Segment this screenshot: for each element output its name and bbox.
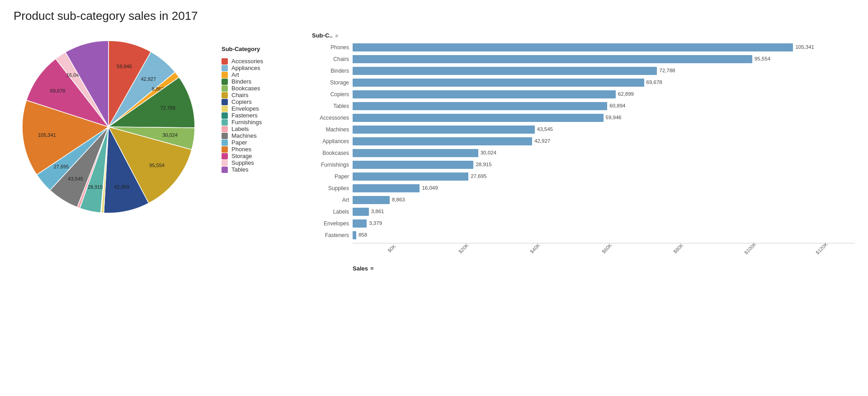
bar-row: Phones105,341: [312, 42, 854, 52]
legend-color-labels: [222, 126, 228, 132]
bar-row: Accessories59,946: [312, 113, 854, 123]
legend-item-labels[interactable]: Labels: [222, 126, 294, 132]
bar-outer: 72,788: [353, 67, 854, 75]
bar-row: Copiers62,899: [312, 89, 854, 99]
legend-color-binders: [222, 79, 228, 85]
legend-item-paper[interactable]: Paper: [222, 139, 294, 146]
legend-item-machines[interactable]: Machines: [222, 132, 294, 139]
bar-label-furnishings: Furnishings: [312, 162, 353, 168]
pie-label-machines: 43,545: [68, 176, 83, 182]
legend-label-labels: Labels: [231, 126, 249, 132]
bar-row: Furnishings28,915: [312, 160, 854, 170]
bar-value-accessories: 59,946: [606, 115, 622, 120]
pie-label-appliances: 42,927: [141, 76, 156, 82]
bar-value-art: 8,863: [392, 197, 405, 202]
bar-filter-icon[interactable]: ≡: [335, 33, 338, 38]
legend-label-machines: Machines: [231, 132, 257, 139]
legend-color-fasteners: [222, 112, 228, 119]
bar-fill-phones: [353, 43, 793, 51]
legend-item-accessories[interactable]: Accessories: [222, 58, 294, 65]
legend-item-envelopes[interactable]: Envelopes: [222, 105, 294, 112]
pie-label-chairs: 95,554: [149, 163, 165, 168]
bar-fill-copiers: [353, 90, 616, 98]
pie-label-accessories: 59,946: [117, 64, 132, 69]
legend-label-bookcases: Bookcases: [231, 85, 260, 92]
bar-row: Labels3,861: [312, 207, 854, 217]
legend-item-chairs[interactable]: Chairs: [222, 92, 294, 98]
bar-row: Paper27,695: [312, 172, 854, 182]
bar-outer: 8,863: [353, 196, 854, 204]
legend-color-accessories: [222, 58, 228, 65]
bar-fill-labels: [353, 208, 369, 216]
bar-fill-fasteners: [353, 231, 356, 239]
bar-label-labels: Labels: [312, 209, 353, 215]
bar-label-paper: Paper: [312, 173, 353, 180]
bar-fill-binders: [353, 67, 657, 75]
bar-outer: 95,554: [353, 55, 854, 63]
legend-item-storage[interactable]: Storage: [222, 153, 294, 159]
bar-fill-paper: [353, 172, 468, 181]
bar-label-envelopes: Envelopes: [312, 220, 353, 227]
legend-label-fasteners: Fasteners: [231, 112, 258, 119]
bar-value-envelopes: 3,379: [369, 220, 382, 226]
bar-value-copiers: 62,899: [618, 91, 634, 97]
pie-chart: 59,94642,9278,86372,78830,02495,55462,89…: [14, 32, 203, 222]
bar-fill-furnishings: [353, 161, 473, 169]
bar-fill-art: [353, 196, 390, 204]
bar-value-supplies: 16,049: [422, 185, 438, 191]
legend-item-appliances[interactable]: Appliances: [222, 65, 294, 71]
bar-outer: 16,049: [353, 184, 854, 192]
bar-row: Machines43,545: [312, 125, 854, 135]
legend-item-binders[interactable]: Binders: [222, 78, 294, 85]
legend-item-phones[interactable]: Phones: [222, 146, 294, 153]
legend-label-paper: Paper: [231, 139, 247, 146]
legend-title: Sub-Category: [222, 46, 294, 52]
bar-label-art: Art: [312, 197, 353, 203]
legend-color-paper: [222, 140, 228, 146]
pie-label-storage: 69,678: [50, 88, 66, 93]
bar-row: Fasteners858: [312, 230, 854, 240]
legend-item-supplies[interactable]: Supplies: [222, 159, 294, 166]
legend-item-bookcases[interactable]: Bookcases: [222, 85, 294, 92]
bar-value-storage: 69,678: [646, 79, 662, 85]
legend-item-fasteners[interactable]: Fasteners: [222, 112, 294, 119]
legend-color-machines: [222, 133, 228, 139]
pie-label-copiers: 62,899: [114, 184, 130, 190]
legend-item-art[interactable]: Art: [222, 71, 294, 78]
legend-color-envelopes: [222, 106, 228, 112]
legend-label-tables: Tables: [231, 166, 249, 173]
legend-label-phones: Phones: [231, 146, 251, 153]
legend-label-furnishings: Furnishings: [231, 119, 262, 126]
bar-label-binders: Binders: [312, 68, 353, 74]
legend-color-tables: [222, 167, 228, 173]
legend-label-envelopes: Envelopes: [231, 105, 259, 112]
legend-color-chairs: [222, 92, 228, 98]
bar-outer: 3,861: [353, 208, 854, 216]
bar-label-accessories: Accessories: [312, 115, 353, 121]
bar-fill-storage: [353, 79, 644, 87]
bar-label-tables: Tables: [312, 103, 353, 109]
legend-item-tables[interactable]: Tables: [222, 166, 294, 173]
bar-label-supplies: Supplies: [312, 185, 353, 191]
bar-value-labels: 3,861: [371, 209, 384, 214]
bar-fill-bookcases: [353, 149, 478, 157]
bar-label-fasteners: Fasteners: [312, 232, 353, 238]
bar-value-appliances: 42,927: [534, 138, 550, 144]
page-title: Product sub-category sales in 2017: [14, 9, 854, 23]
bar-header-label: Sub-C..: [312, 32, 333, 39]
pie-label-binders: 72,788: [160, 105, 175, 111]
legend-item-copiers[interactable]: Copiers: [222, 98, 294, 105]
bar-outer: 28,915: [353, 161, 854, 169]
bar-outer: 105,341: [353, 43, 854, 51]
bar-value-paper: 27,695: [471, 173, 486, 179]
bar-row: Appliances42,927: [312, 136, 854, 146]
legend-item-furnishings[interactable]: Furnishings: [222, 119, 294, 126]
legend-color-appliances: [222, 65, 228, 71]
bar-outer: 60,894: [353, 102, 854, 110]
bar-outer: 27,695: [353, 172, 854, 181]
bar-value-bookcases: 30,024: [481, 150, 496, 155]
bar-outer: 30,024: [353, 149, 854, 157]
bar-outer: 858: [353, 231, 854, 239]
pie-chart-section: 59,94642,9278,86372,78830,02495,55462,89…: [14, 32, 203, 224]
bar-row: Storage69,678: [312, 78, 854, 88]
